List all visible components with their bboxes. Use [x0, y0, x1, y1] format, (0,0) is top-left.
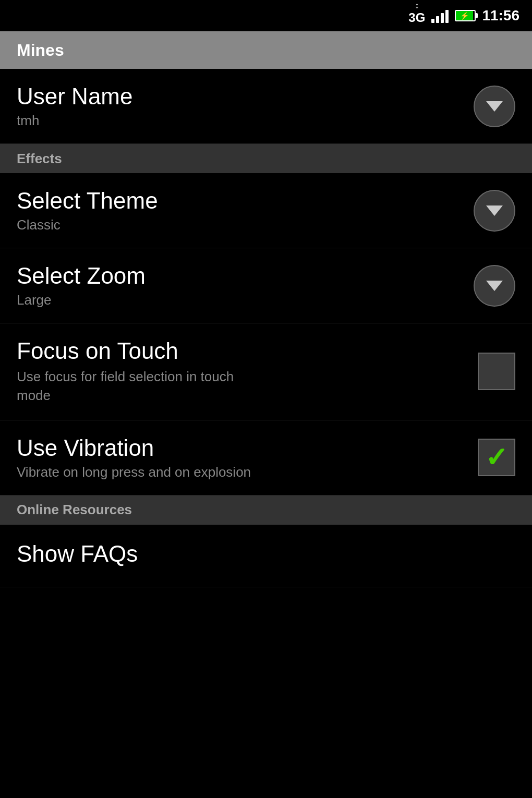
user-name-content: User Name tmh	[17, 83, 474, 129]
battery-bolt-icon: ⚡	[460, 11, 469, 20]
dropdown-arrow-icon	[486, 281, 503, 291]
network-arrow: ↕	[415, 1, 419, 10]
user-name-value: tmh	[17, 113, 474, 129]
status-icons: ↕ 3G ⚡ 11:56	[408, 6, 519, 25]
online-resources-section-header: Online Resources	[0, 495, 532, 525]
focus-on-touch-item[interactable]: Focus on Touch Use focus for field selec…	[0, 323, 532, 420]
checkmark-icon: ✓	[485, 444, 508, 471]
focus-on-touch-title: Focus on Touch	[17, 338, 478, 364]
dropdown-arrow-icon	[486, 205, 503, 216]
use-vibration-item[interactable]: Use Vibration Vibrate on long press and …	[0, 420, 532, 495]
dropdown-arrow-icon	[486, 101, 503, 112]
select-theme-dropdown[interactable]	[474, 190, 515, 232]
show-faqs-title: Show FAQs	[17, 541, 515, 567]
app-title: Mines	[17, 41, 64, 60]
select-theme-title: Select Theme	[17, 188, 474, 214]
app-bar: Mines	[0, 31, 532, 69]
select-theme-item[interactable]: Select Theme Classic	[0, 173, 532, 248]
use-vibration-title: Use Vibration	[17, 435, 478, 461]
select-theme-value: Classic	[17, 217, 474, 233]
use-vibration-description: Vibrate on long press and on explosion	[17, 464, 478, 480]
show-faqs-item[interactable]: Show FAQs	[0, 525, 532, 587]
signal-bar-4	[445, 10, 449, 23]
signal-bars	[431, 8, 449, 23]
user-name-dropdown[interactable]	[474, 86, 515, 127]
focus-on-touch-checkbox[interactable]	[478, 353, 515, 390]
signal-bar-1	[431, 19, 434, 23]
select-zoom-dropdown[interactable]	[474, 265, 515, 307]
signal-bar-3	[441, 13, 444, 23]
network-indicator: ↕ 3G	[408, 6, 425, 25]
select-zoom-item[interactable]: Select Zoom Large	[0, 248, 532, 323]
select-zoom-value: Large	[17, 292, 474, 308]
select-zoom-content: Select Zoom Large	[17, 263, 474, 308]
effects-section-header: Effects	[0, 144, 532, 173]
use-vibration-checkbox[interactable]: ✓	[478, 439, 515, 476]
signal-bar-2	[436, 16, 439, 23]
focus-on-touch-description: Use focus for field selection in touchmo…	[17, 367, 478, 405]
battery-fill: ⚡	[456, 11, 473, 20]
user-name-item[interactable]: User Name tmh	[0, 69, 532, 144]
show-faqs-content: Show FAQs	[17, 541, 515, 570]
use-vibration-content: Use Vibration Vibrate on long press and …	[17, 435, 478, 480]
online-resources-section-title: Online Resources	[17, 502, 132, 518]
focus-on-touch-content: Focus on Touch Use focus for field selec…	[17, 338, 478, 405]
select-theme-content: Select Theme Classic	[17, 188, 474, 233]
network-type: 3G	[408, 10, 425, 25]
status-bar: ↕ 3G ⚡ 11:56	[0, 0, 532, 31]
effects-section-title: Effects	[17, 151, 62, 167]
battery-icon: ⚡	[455, 10, 476, 21]
select-zoom-title: Select Zoom	[17, 263, 474, 289]
user-name-title: User Name	[17, 83, 474, 110]
clock: 11:56	[482, 7, 519, 24]
